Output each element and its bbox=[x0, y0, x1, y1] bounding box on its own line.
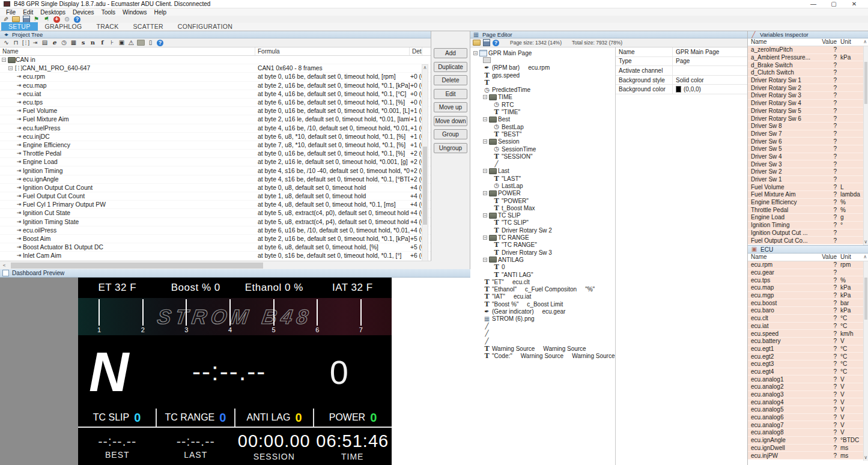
frame-icon[interactable] bbox=[22, 39, 29, 46]
tab[interactable]: SETUP bbox=[1, 22, 38, 31]
variable-row[interactable]: Driver Rotary Sw 6 ? bbox=[748, 115, 868, 123]
project-tree-row[interactable]: Fuel Mixture Aim at byte 2, u16 le, defa… bbox=[0, 115, 431, 124]
channel-icon[interactable] bbox=[31, 39, 39, 46]
project-tree-row[interactable]: Throttle Pedal at byte 0, u16 be, defaul… bbox=[0, 150, 431, 158]
scroll-left-arrow-icon[interactable]: < bbox=[0, 263, 8, 268]
variable-row[interactable]: Fuel Mixture Aim ? lambda bbox=[748, 191, 868, 199]
page-editor-tree-item[interactable]: TIME bbox=[470, 94, 615, 101]
expander-icon[interactable] bbox=[473, 51, 478, 55]
property-value[interactable]: Solid color bbox=[673, 77, 707, 84]
variable-row[interactable]: Driver Sw 4 ? bbox=[748, 153, 868, 161]
variable-row[interactable]: ecu.analog2 ? V bbox=[748, 383, 868, 391]
variable-row[interactable]: ecu.map ? kPa bbox=[748, 284, 868, 292]
io-icon[interactable] bbox=[108, 39, 116, 46]
page-editor-tree-item[interactable]: SessionTime bbox=[470, 145, 615, 153]
project-tree-row[interactable]: Boost Actuator B1 Output DC at byte 6, u… bbox=[0, 243, 431, 252]
page-editor-tree-item[interactable]: Warning Source Warning Source bbox=[470, 345, 615, 352]
checkbox-icon[interactable] bbox=[2, 270, 10, 277]
page-editor-tree-item[interactable]: "ANTI LAG" bbox=[470, 271, 615, 278]
variable-row[interactable]: Engine Efficiency ? % bbox=[748, 199, 868, 207]
help2-icon[interactable] bbox=[156, 39, 164, 46]
page-editor-tree-item[interactable]: gps.speed bbox=[470, 71, 615, 79]
variable-row[interactable]: ecu.analog6 ? V bbox=[748, 414, 868, 422]
project-tree-row[interactable]: ecu.iat at byte 4, u16 be, default set 0… bbox=[0, 90, 431, 99]
column-header-formula[interactable]: Formula bbox=[255, 47, 410, 55]
editor-button[interactable]: Edit bbox=[434, 89, 467, 99]
variable-row[interactable]: Driver Rotary Sw 1 ? bbox=[748, 77, 868, 85]
variable-row[interactable]: Fuel Output Cut Co... ? bbox=[748, 237, 868, 245]
maximize-icon[interactable]: ▢ bbox=[824, 1, 844, 7]
page-editor-tree-item[interactable] bbox=[470, 330, 615, 337]
project-tree-row[interactable]: ecu.tps at byte 6, u16 be, default set 0… bbox=[0, 99, 431, 107]
scroll-down-arrow-icon[interactable]: ∨ bbox=[864, 455, 867, 460]
variable-row[interactable]: ecu.tps ? % bbox=[748, 276, 868, 284]
page-editor-tree-item[interactable]: (Gear indicator) ecu.gear bbox=[470, 308, 615, 315]
scroll-down-arrow-icon[interactable]: ∨ bbox=[864, 239, 867, 245]
variable-row[interactable]: ecu.egt3 ? °C bbox=[748, 360, 868, 368]
menu-item[interactable]: Edit bbox=[19, 9, 37, 16]
variable-row[interactable]: ecu.egt1 ? °C bbox=[748, 345, 868, 353]
dashboard-preview-header[interactable]: Dashboard Preview bbox=[0, 269, 470, 278]
variable-row[interactable]: ecu.analog1 ? V bbox=[748, 375, 868, 383]
menu-item[interactable]: Tools bbox=[98, 9, 119, 16]
page-editor-tree-item[interactable]: "Code:" Warning Source Warning Source bbox=[470, 352, 615, 359]
variable-row[interactable]: Ignition Timing ? ° bbox=[748, 222, 868, 229]
page-editor-tree-item[interactable] bbox=[470, 323, 615, 330]
variable-row[interactable]: ecu.ignDwell ? ms bbox=[748, 445, 868, 452]
page-editor-tree-item[interactable]: 0 bbox=[470, 264, 615, 271]
expander-icon[interactable] bbox=[483, 191, 487, 195]
expander-icon[interactable] bbox=[483, 258, 487, 262]
project-tree-row[interactable]: ecu.rpm at byte 0, u16 be, default set 0… bbox=[0, 73, 431, 81]
scrollbar-thumb[interactable] bbox=[423, 147, 427, 225]
page-editor-tree-item[interactable]: "TC RANGE" bbox=[470, 242, 615, 249]
keyboard-icon[interactable] bbox=[41, 39, 49, 46]
property-value[interactable]: GPR Main Page bbox=[673, 49, 722, 55]
project-tree-row[interactable]: CAN_M1_PRO_640-647 CAN1 0x640 - 8 frames bbox=[0, 64, 431, 73]
expander-icon[interactable] bbox=[483, 213, 487, 217]
variable-row[interactable]: Driver Sw 1 ? bbox=[748, 176, 868, 184]
page-editor-tree-item[interactable]: Driver Rotary Sw 3 bbox=[470, 249, 615, 256]
variable-row[interactable]: ecu.egt4 ? °C bbox=[748, 368, 868, 376]
variable-row[interactable]: Driver Sw 6 ? bbox=[748, 138, 868, 145]
f-icon[interactable] bbox=[99, 39, 106, 46]
variable-row[interactable]: ecu.analog3 ? V bbox=[748, 391, 868, 399]
project-tree-row[interactable]: Ignition Cut State at byte 5, u8, extrac… bbox=[0, 209, 431, 217]
ecu-section-header[interactable]: ECU bbox=[748, 245, 868, 254]
property-row[interactable]: Activate channel bbox=[616, 66, 747, 76]
page-editor-tree-item[interactable]: "SESSION" bbox=[470, 153, 615, 160]
scroll-up-arrow-icon[interactable]: ∧ bbox=[863, 39, 867, 44]
page-editor-tree-item[interactable]: "TC SLIP" bbox=[470, 219, 615, 226]
menu-item[interactable]: Help bbox=[151, 9, 171, 16]
project-tree-row[interactable]: Fuel Volume at byte 0, u16 be, default s… bbox=[0, 107, 431, 115]
expander-icon[interactable] bbox=[2, 58, 6, 62]
menu-item[interactable]: Desktops bbox=[37, 9, 69, 16]
group-icon[interactable] bbox=[137, 39, 145, 46]
variable-row[interactable]: ecu.mgp ? kPa bbox=[748, 292, 868, 300]
n-icon[interactable] bbox=[89, 39, 97, 46]
variable-row[interactable]: ecu.boost ? bar bbox=[748, 299, 868, 307]
tab[interactable]: GRAPHLOG bbox=[38, 22, 90, 31]
table-icon[interactable] bbox=[70, 39, 77, 46]
expander-icon[interactable] bbox=[483, 236, 487, 240]
variable-row[interactable]: Driver Sw 3 ? bbox=[748, 160, 868, 168]
variable-row[interactable]: Ignition Output Cut ... ? bbox=[748, 229, 868, 237]
page-editor-tree-item[interactable]: "POWER" bbox=[470, 197, 615, 204]
variable-row[interactable]: d_Clutch Switch ? bbox=[748, 69, 868, 77]
page-editor-tree-item[interactable]: Driver Rotary Sw 2 bbox=[470, 226, 615, 234]
page-editor-tree-item[interactable]: LastLap bbox=[470, 182, 615, 189]
variable-row[interactable]: ecu.rpm ? rpm bbox=[748, 261, 868, 269]
help-icon[interactable] bbox=[492, 39, 500, 46]
variable-row[interactable]: d_Brake Switch ? bbox=[748, 61, 868, 69]
variable-row[interactable]: ecu.analog5 ? V bbox=[748, 406, 868, 414]
page-editor-tree-item[interactable]: Best bbox=[470, 116, 615, 123]
editor-button[interactable]: Add bbox=[434, 48, 467, 58]
editor-button[interactable]: Ungroup bbox=[434, 143, 467, 153]
project-tree-horizontal-scrollbar[interactable]: < bbox=[0, 261, 431, 269]
editor-button[interactable]: Delete bbox=[434, 75, 467, 85]
scrollbar-thumb[interactable] bbox=[11, 263, 263, 269]
variable-row[interactable]: Driver Rotary Sw 2 ? bbox=[748, 84, 868, 92]
variable-row[interactable]: Fuel Volume ? L bbox=[748, 183, 868, 191]
property-value[interactable]: (0,0,0) bbox=[673, 86, 704, 93]
project-tree-row[interactable]: ecu.map at byte 2, u16 be, default set 0… bbox=[0, 82, 431, 90]
page-editor-tree-item[interactable]: TC RANGE bbox=[470, 234, 615, 241]
